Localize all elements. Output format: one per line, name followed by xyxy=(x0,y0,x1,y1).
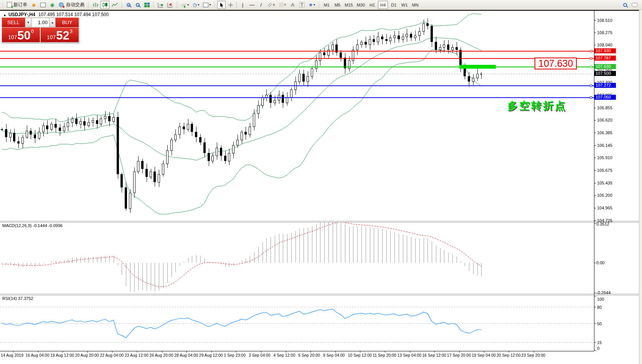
signals-button[interactable]: ◉ xyxy=(48,1,56,9)
zoom-out-button[interactable]: − xyxy=(134,1,142,9)
buy-button[interactable]: BUY xyxy=(56,18,79,27)
timeframe-h1[interactable]: H1 xyxy=(367,1,377,9)
buy-price[interactable]: 107 52 3 xyxy=(41,28,79,42)
auto-scroll-icon xyxy=(158,2,163,8)
data-window-icon xyxy=(40,3,46,7)
horizontal-line-icon: — xyxy=(249,2,254,7)
arrows-icon: ★ xyxy=(309,2,313,7)
trendline-button[interactable]: / xyxy=(257,1,265,9)
text-button[interactable]: A xyxy=(289,1,297,9)
ohlc-quotes: 107.495 107.514 107.494 107.500 xyxy=(38,12,109,17)
tile-windows-icon xyxy=(144,3,150,7)
search-button[interactable] xyxy=(621,1,629,9)
one-click-trading-panel: SELL ▼ ▲ BUY 107 50 0 107 52 3 xyxy=(2,17,79,43)
arrows-button[interactable]: ★ ▾ xyxy=(307,1,317,9)
new-order-button[interactable]: + 新订单 xyxy=(5,1,29,9)
templates-icon xyxy=(203,3,208,7)
chat-button[interactable] xyxy=(630,1,639,9)
zoom-in-icon: + xyxy=(127,3,130,7)
window-edge xyxy=(639,10,642,364)
time-axis[interactable] xyxy=(0,351,594,364)
text-icon: A xyxy=(291,2,294,7)
toolbar-grip xyxy=(2,2,4,8)
fibonacci-button[interactable]: F xyxy=(277,1,288,9)
timeframe-m1[interactable]: M1 xyxy=(322,1,332,9)
cursor-button[interactable] xyxy=(217,1,226,9)
chat-icon xyxy=(632,3,638,7)
tile-windows-button[interactable] xyxy=(143,1,151,9)
pane-splitter-macd[interactable] xyxy=(0,221,594,222)
autotrading-icon xyxy=(59,2,64,8)
channel-icon xyxy=(267,2,272,7)
trendline-icon: / xyxy=(261,2,262,7)
candlestick-icon xyxy=(102,2,108,8)
timeframe-d1[interactable]: D1 xyxy=(389,1,399,9)
toolbar: + 新订单 ◆ ◉ 自动交易 + − xyxy=(0,0,642,10)
timeframe-m30[interactable]: M30 xyxy=(355,1,366,9)
line-chart-button[interactable] xyxy=(110,1,119,9)
equidistant-channel-button[interactable]: E xyxy=(266,1,276,9)
indicators-button[interactable]: ▾ xyxy=(180,1,190,9)
dropdown-icon: ▾ xyxy=(187,3,189,7)
periods-button[interactable]: ◷ ▾ xyxy=(191,1,201,9)
text-label-button[interactable]: T xyxy=(298,1,306,9)
cursor-icon xyxy=(219,2,224,8)
symbol-period: USDJPY-,H4 xyxy=(8,12,35,17)
timeframe-h4[interactable]: H4 xyxy=(378,1,388,9)
dropdown-icon: ▾ xyxy=(209,3,211,7)
chart-shift-icon xyxy=(167,2,173,8)
indicators-icon xyxy=(181,2,186,8)
collapse-icon[interactable]: ▲ xyxy=(3,13,7,17)
chart-title: ▲USDJPY-,H4107.495 107.514 107.494 107.5… xyxy=(3,12,109,17)
search-icon xyxy=(623,3,627,7)
autotrading-label: 自动交易 xyxy=(66,2,84,8)
price-annotation-box[interactable]: 107.630 xyxy=(535,58,577,69)
dropdown-icon: ▾ xyxy=(198,3,199,7)
clock-icon: ◷ xyxy=(193,2,197,7)
timeframe-w1[interactable]: W1 xyxy=(399,1,409,9)
new-order-icon: + xyxy=(7,2,12,8)
fibonacci-icon xyxy=(279,2,284,7)
line-chart-icon xyxy=(112,2,118,8)
dropdown-icon: ▾ xyxy=(314,3,315,7)
new-order-label: 新订单 xyxy=(13,2,27,8)
data-window-button[interactable] xyxy=(39,1,47,9)
auto-scroll-button[interactable] xyxy=(156,1,165,9)
candlestick-button[interactable] xyxy=(101,1,109,9)
sell-button[interactable]: SELL xyxy=(2,18,25,27)
zoom-out-icon: − xyxy=(136,3,140,7)
brush-icon: ◆ xyxy=(32,2,36,7)
crosshair-icon xyxy=(228,2,233,8)
timeframe-mn[interactable]: MN xyxy=(410,1,420,9)
text-label-icon: T xyxy=(299,2,305,8)
volume-up-button[interactable]: ▲ xyxy=(49,18,56,27)
sell-price[interactable]: 107 50 0 xyxy=(2,28,40,42)
chart-shift-button[interactable] xyxy=(166,1,175,9)
volume-down-button[interactable]: ▼ xyxy=(25,18,31,27)
pane-splitter-rsi[interactable] xyxy=(0,293,594,295)
timeframe-m5[interactable]: M5 xyxy=(332,1,342,9)
cn-annotation[interactable]: 多空转折点 xyxy=(507,99,567,113)
price-axis[interactable] xyxy=(594,10,639,351)
chart-window: ▲USDJPY-,H4107.495 107.514 107.494 107.5… xyxy=(0,10,642,364)
zoom-in-button[interactable]: + xyxy=(124,1,133,9)
templates-button[interactable]: ▾ xyxy=(201,1,212,9)
vertical-line-button[interactable]: | xyxy=(238,1,247,9)
horizontal-line-button[interactable]: — xyxy=(248,1,256,9)
metaeditor-button[interactable]: ◆ xyxy=(30,1,38,9)
timeframe-m15[interactable]: M15 xyxy=(343,1,354,9)
signals-icon: ◉ xyxy=(50,2,54,7)
crosshair-button[interactable] xyxy=(226,1,235,9)
vertical-line-icon: | xyxy=(242,2,243,7)
bar-chart-icon xyxy=(92,2,98,8)
autotrading-button[interactable]: 自动交易 xyxy=(57,1,86,9)
volume-input[interactable] xyxy=(31,18,49,27)
bar-chart-button[interactable] xyxy=(91,1,100,9)
